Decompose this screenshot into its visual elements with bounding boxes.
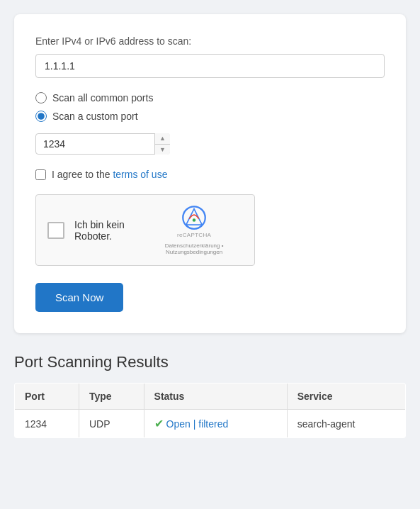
terms-link[interactable]: terms of use bbox=[113, 169, 167, 180]
port-spinner[interactable]: ▲ ▼ bbox=[154, 133, 170, 155]
recaptcha-logo-icon bbox=[181, 205, 207, 230]
scan-now-button[interactable]: Scan Now bbox=[35, 283, 123, 312]
radio-all-ports[interactable] bbox=[35, 92, 47, 104]
col-service: Service bbox=[287, 384, 405, 410]
status-check-icon: ✔ bbox=[154, 417, 164, 430]
recaptcha-left: Ich bin kein Roboter. bbox=[47, 219, 145, 242]
status-text: Open | filtered bbox=[166, 418, 229, 430]
col-type: Type bbox=[79, 384, 144, 410]
radio-all-ports-label: Scan all common ports bbox=[52, 92, 153, 104]
cell-type: UDP bbox=[79, 410, 144, 438]
recaptcha-terms-link[interactable]: Nutzungsbedingungen bbox=[166, 249, 222, 255]
recaptcha-widget[interactable]: Ich bin kein Roboter. reCAPTCHA Datensch… bbox=[35, 194, 255, 266]
spinner-down[interactable]: ▼ bbox=[155, 145, 170, 155]
ip-input[interactable] bbox=[35, 54, 385, 78]
results-title: Port Scanning Results bbox=[14, 353, 406, 371]
svg-point-1 bbox=[193, 218, 196, 222]
cell-service: search-agent bbox=[287, 410, 405, 438]
radio-scan-custom[interactable]: Scan a custom port bbox=[35, 111, 385, 122]
terms-row: I agree to the terms of use bbox=[35, 169, 385, 180]
recaptcha-links: Datenschutzerklärung • Nutzungsbedingung… bbox=[145, 242, 243, 255]
status-open-filtered: ✔ Open | filtered bbox=[154, 417, 277, 430]
col-port: Port bbox=[15, 384, 79, 410]
scan-form-card: Enter IPv4 or IPv6 address to scan: Scan… bbox=[14, 14, 406, 333]
radio-scan-all[interactable]: Scan all common ports bbox=[35, 92, 385, 104]
results-table: Port Type Status Service 1234 UDP ✔ Open… bbox=[14, 383, 406, 438]
recaptcha-text: Ich bin kein Roboter. bbox=[74, 219, 145, 242]
radio-custom-port[interactable] bbox=[35, 111, 47, 122]
table-row: 1234 UDP ✔ Open | filtered search-agent bbox=[15, 410, 406, 438]
table-header-row: Port Type Status Service bbox=[15, 384, 406, 410]
terms-checkbox[interactable] bbox=[35, 169, 46, 180]
col-status: Status bbox=[144, 384, 287, 410]
recaptcha-privacy-link[interactable]: Datenschutzerklärung bbox=[165, 242, 220, 249]
recaptcha-checkbox[interactable] bbox=[47, 222, 64, 239]
port-input[interactable] bbox=[35, 133, 170, 155]
cell-status: ✔ Open | filtered bbox=[144, 410, 287, 438]
radio-custom-port-label: Scan a custom port bbox=[52, 111, 138, 122]
terms-label: I agree to the terms of use bbox=[52, 169, 167, 180]
recaptcha-right: reCAPTCHA Datenschutzerklärung • Nutzung… bbox=[145, 205, 243, 255]
spinner-up[interactable]: ▲ bbox=[155, 133, 170, 145]
cell-port: 1234 bbox=[15, 410, 79, 438]
recaptcha-separator: • bbox=[220, 242, 224, 249]
recaptcha-brand-text: reCAPTCHA bbox=[177, 232, 211, 238]
ip-label: Enter IPv4 or IPv6 address to scan: bbox=[35, 35, 385, 47]
scan-type-group: Scan all common ports Scan a custom port bbox=[35, 92, 385, 122]
terms-prefix: I agree to the bbox=[52, 169, 113, 180]
port-input-wrapper: ▲ ▼ bbox=[35, 133, 170, 155]
